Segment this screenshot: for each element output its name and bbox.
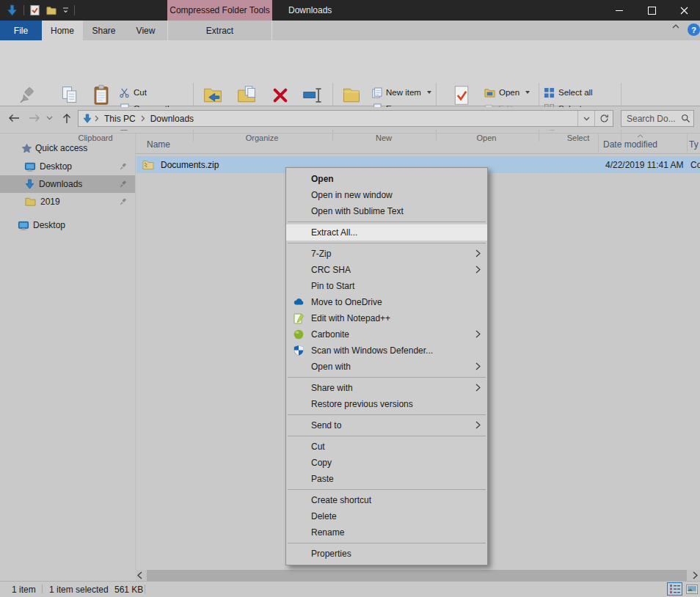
search-input[interactable] [621, 114, 681, 124]
customize-toolbar-chevron-icon[interactable] [62, 7, 69, 13]
sidebar-item-2019[interactable]: 2019 [0, 193, 135, 210]
properties-shortcut-icon[interactable] [29, 4, 40, 16]
help-button[interactable]: ? [688, 23, 700, 36]
select-group-label: Select [549, 133, 608, 142]
thumbnail-view-button[interactable] [684, 582, 699, 596]
open-button[interactable]: Open [484, 85, 530, 100]
address-bar[interactable]: This PC Downloads [78, 110, 613, 127]
tab-home[interactable]: Home [42, 21, 83, 40]
column-divider[interactable] [598, 134, 599, 153]
tab-view[interactable]: View [125, 21, 167, 40]
menu-item-rename[interactable]: Rename [286, 524, 487, 541]
dropdown-caret-icon [427, 91, 431, 94]
close-icon [680, 7, 688, 15]
refresh-icon [599, 114, 609, 123]
maximize-icon [648, 7, 656, 15]
breadcrumb-downloads[interactable]: Downloads [147, 114, 197, 124]
menu-item-7-zip[interactable]: 7-Zip [286, 246, 487, 262]
tab-file[interactable]: File [0, 21, 42, 40]
select-all-button[interactable]: Select all [544, 85, 593, 100]
chevron-down-icon [583, 117, 590, 121]
maximize-button[interactable] [635, 0, 668, 21]
submenu-arrow-icon [475, 421, 481, 429]
breadcrumb-this-pc[interactable]: This PC [101, 114, 139, 124]
menu-item-extract-all[interactable]: Extract All... [286, 224, 487, 241]
menu-item-crc-sha[interactable]: CRC SHA [286, 262, 487, 278]
back-button[interactable] [6, 110, 22, 126]
menu-item-open-in-new-window[interactable]: Open in new window [286, 187, 487, 203]
breadcrumb-separator-icon [95, 115, 99, 122]
downloads-location-icon [82, 114, 92, 124]
open-folder-icon [484, 87, 495, 98]
menu-item-carbonite[interactable]: Carbonite [286, 326, 487, 343]
column-header-date-modified[interactable]: Date modified [603, 139, 657, 150]
collapse-ribbon-chevron-icon[interactable] [672, 24, 679, 29]
file-type: Co [690, 160, 700, 170]
scissors-icon [119, 87, 130, 98]
copy-to-icon [236, 83, 257, 108]
menu-item-open-with[interactable]: Open with [286, 359, 487, 375]
menu-item-paste[interactable]: Paste [286, 471, 487, 487]
compressed-folder-tools-tab[interactable]: Compressed Folder Tools [167, 0, 272, 21]
desktop-monitor-icon [18, 220, 29, 231]
quick-access-toolbar [0, 0, 700, 21]
menu-separator [286, 412, 487, 417]
menu-item-send-to[interactable]: Send to [286, 417, 487, 433]
menu-item-restore-previous-versions[interactable]: Restore previous versions [286, 396, 487, 412]
menu-item-pin-to-start[interactable]: Pin to Start [286, 278, 487, 294]
menu-item-copy[interactable]: Copy [286, 455, 487, 471]
window-title: Downloads [288, 0, 332, 21]
selected-count: 1 item selected [49, 585, 109, 595]
new-group-label: New [354, 133, 413, 142]
sidebar-item-downloads[interactable]: Downloads [0, 175, 135, 193]
new-item-icon [371, 87, 382, 98]
delete-icon [271, 83, 290, 108]
explorer-window: Compressed Folder Tools Downloads File H… [0, 0, 700, 597]
minimize-button[interactable] [602, 0, 635, 21]
new-folder-shortcut-icon[interactable] [45, 5, 57, 16]
menu-separator [286, 487, 487, 492]
downloads-arrow-icon [24, 179, 35, 190]
menu-item-scan-with-windows-defender[interactable]: Scan with Windows Defender... [286, 343, 487, 359]
search-icon[interactable] [681, 114, 690, 123]
new-folder-icon [341, 83, 362, 108]
title-bar: Compressed Folder Tools Downloads [0, 0, 700, 21]
tab-share[interactable]: Share [83, 21, 125, 40]
horizontal-scrollbar-thumb[interactable] [147, 570, 687, 581]
recent-locations-button[interactable] [44, 110, 54, 126]
status-separator [42, 585, 43, 593]
address-dropdown-button[interactable] [577, 111, 594, 126]
menu-item-open[interactable]: Open [286, 171, 487, 187]
menu-item-move-to-onedrive[interactable]: Move to OneDrive [286, 294, 487, 310]
menu-item-edit-with-notepadpp[interactable]: Edit with Notepad++ [286, 310, 487, 326]
sidebar-item-quick-access[interactable]: Quick access [0, 139, 135, 157]
up-button[interactable] [59, 110, 75, 126]
scroll-right-arrow-icon[interactable] [693, 571, 698, 579]
downloads-folder-icon [6, 4, 18, 17]
content-divider [0, 133, 700, 133]
column-divider[interactable] [687, 134, 688, 153]
menu-item-delete[interactable]: Delete [286, 508, 487, 524]
menu-item-cut[interactable]: Cut [286, 439, 487, 455]
column-header-type[interactable]: Ty [689, 139, 699, 150]
refresh-button[interactable] [594, 111, 613, 126]
organize-group-label: Organize [233, 133, 291, 142]
scroll-left-arrow-icon[interactable] [137, 571, 142, 579]
close-button[interactable] [668, 0, 700, 21]
forward-button[interactable] [26, 110, 43, 126]
desktop-monitor-icon [24, 161, 36, 172]
menu-item-properties[interactable]: Properties [286, 546, 487, 562]
cut-button[interactable]: Cut [119, 85, 147, 100]
new-item-button[interactable]: New item [371, 85, 431, 100]
move-to-icon [203, 83, 223, 108]
search-box[interactable] [621, 110, 694, 127]
sidebar-item-desktop-root[interactable]: Desktop [0, 216, 135, 234]
tab-extract[interactable]: Extract [167, 21, 272, 40]
menu-item-create-shortcut[interactable]: Create shortcut [286, 492, 487, 508]
sidebar-item-desktop[interactable]: Desktop [0, 158, 135, 175]
menu-item-share-with[interactable]: Share with [286, 380, 487, 396]
details-view-button[interactable] [667, 582, 682, 596]
menu-item-open-with-sublime-text[interactable]: Open with Sublime Text [286, 203, 487, 219]
column-header-name[interactable]: Name [147, 139, 170, 150]
menu-separator [286, 219, 487, 224]
